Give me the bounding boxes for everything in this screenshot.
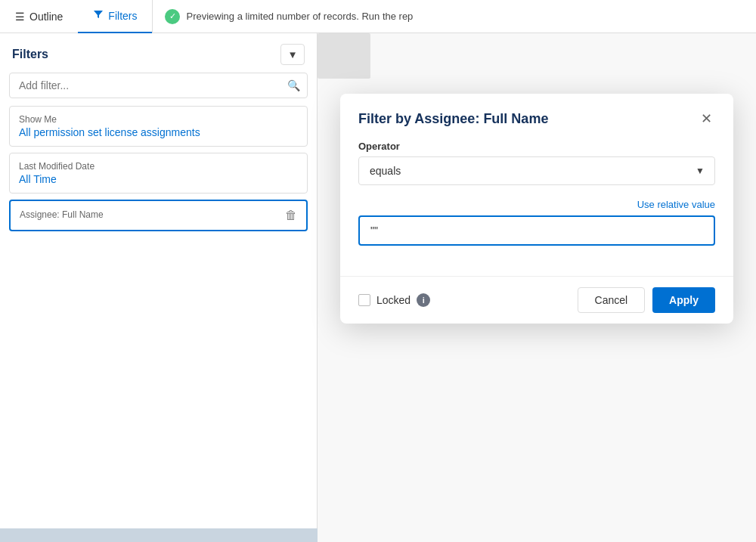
main-layout: Filters ▼ 🔍 Show Me All permission set l… — [0, 33, 756, 542]
cancel-button[interactable]: Cancel — [578, 287, 646, 313]
filter-icon — [93, 9, 104, 22]
filter-value-last-modified: All Time — [19, 173, 298, 185]
filters-title: Filters — [12, 48, 48, 61]
bottom-accent-bar — [0, 528, 318, 542]
filters-sidebar: Filters ▼ 🔍 Show Me All permission set l… — [0, 33, 318, 542]
tab-group: ☰ Outline Filters — [0, 0, 153, 33]
filter-label-assignee: Assignee: Full Name — [20, 209, 104, 220]
use-relative-value-link[interactable]: Use relative value — [637, 199, 715, 210]
filter-value-show-me: All permission set license assignments — [19, 126, 298, 138]
filter-card-last-modified[interactable]: Last Modified Date All Time — [9, 153, 308, 194]
filters-tab-label: Filters — [108, 10, 137, 22]
search-input[interactable] — [9, 73, 308, 98]
top-bar: ☰ Outline Filters ✓ Previewing a limited… — [0, 0, 756, 33]
locked-label: Locked — [376, 294, 411, 306]
preview-banner: ✓ Previewing a limited number of records… — [153, 9, 756, 24]
filter-card-show-me[interactable]: Show Me All permission set license assig… — [9, 106, 308, 147]
preview-message: Previewing a limited number of records. … — [186, 11, 413, 22]
modal-footer: Locked i Cancel Apply — [340, 276, 733, 324]
modal-title: Filter by Assignee: Full Name — [358, 111, 548, 127]
filter-label-last-modified: Last Modified Date — [19, 161, 298, 172]
hamburger-icon: ☰ — [15, 11, 25, 23]
modal-close-button[interactable]: ✕ — [698, 109, 715, 129]
filter-modal: Filter by Assignee: Full Name ✕ Operator… — [340, 94, 733, 324]
modal-body: Operator equals not equal to contains do… — [340, 141, 733, 276]
filter-card-assignee[interactable]: Assignee: Full Name 🗑 — [9, 200, 308, 231]
filters-dropdown-button[interactable]: ▼ — [280, 44, 305, 65]
relative-value-wrapper: Use relative value — [358, 197, 715, 211]
modal-header: Filter by Assignee: Full Name ✕ — [340, 94, 733, 141]
apply-button[interactable]: Apply — [652, 287, 715, 313]
gray-block — [318, 33, 370, 79]
outline-tab-label: Outline — [29, 11, 63, 23]
filter-delete-button[interactable]: 🗑 — [285, 209, 297, 222]
search-icon: 🔍 — [287, 79, 300, 91]
locked-checkbox[interactable] — [358, 294, 370, 306]
chevron-down-icon: ▼ — [287, 49, 297, 60]
filter-label-show-me: Show Me — [19, 114, 298, 125]
info-icon[interactable]: i — [417, 293, 430, 307]
value-input[interactable] — [358, 215, 715, 246]
footer-buttons: Cancel Apply — [578, 287, 715, 313]
tab-outline[interactable]: ☰ Outline — [0, 0, 78, 33]
tab-filters[interactable]: Filters — [78, 0, 152, 33]
operator-select-wrapper: equals not equal to contains does not co… — [358, 156, 715, 185]
close-icon: ✕ — [701, 111, 712, 126]
locked-row: Locked i — [358, 293, 430, 307]
operator-label: Operator — [358, 141, 715, 152]
operator-select[interactable]: equals not equal to contains does not co… — [358, 156, 715, 185]
right-panel: Filter by Assignee: Full Name ✕ Operator… — [318, 33, 756, 542]
filter-card-assignee-row: Assignee: Full Name 🗑 — [20, 209, 297, 222]
add-filter-search: 🔍 — [9, 73, 308, 98]
trash-icon: 🗑 — [285, 209, 297, 221]
success-icon: ✓ — [165, 9, 180, 24]
filters-header: Filters ▼ — [0, 33, 317, 73]
